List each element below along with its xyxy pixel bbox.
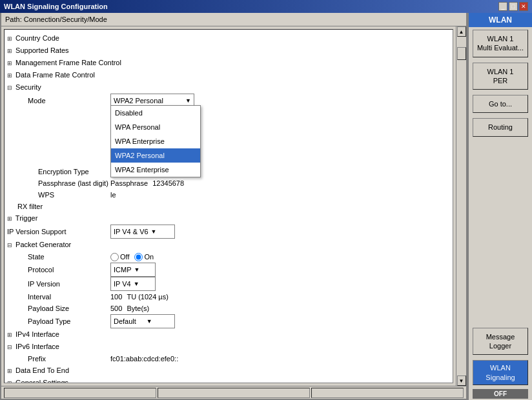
expand-icon-data-frame[interactable]: ⊞ [7,72,12,79]
scrollbar[interactable]: ▲ ▼ [456,26,466,386]
ip-version-support-arrow: ▼ [151,226,157,237]
tree-panel[interactable]: ⊞ Country Code ⊞ Supported Rates ⊞ Manag… [4,29,453,383]
tree-item-packet-generator[interactable]: ⊟ Packet Generator [7,239,450,251]
goto-button[interactable]: Go to... [473,95,528,113]
prefix-value: fc01:abab:cdcd:efe0:: [110,355,178,363]
tree-item-supported-rates[interactable]: ⊞ Supported Rates [7,45,450,57]
wps-extra-text: le [110,191,116,199]
expand-icon-mgmt-frame[interactable]: ⊞ [7,60,12,66]
path-text: Path: Connection/Security/Mode [5,15,107,23]
tree-label-payload-type: Payload Type [7,315,110,327]
wlan1-per-button[interactable]: WLAN 1PER [473,63,528,90]
tree-value-passphrase: Passphrase 12345678 [110,177,450,189]
expand-icon-ipv6-interface[interactable]: ⊟ [7,344,12,350]
dialog-panel: Path: Connection/Security/Mode ⊞ Country… [0,13,467,400]
tree-label-state: State [7,251,110,263]
protocol-arrow: ▼ [134,264,140,275]
tree-value-payload-type: Default ▼ [110,314,450,328]
expand-icon-ipv4-interface[interactable]: ⊞ [7,332,12,338]
dropdown-item-wpa2-personal[interactable]: WPA2 Personal [111,148,200,163]
wlan-signaling-button[interactable]: WLANSignaling [473,360,528,385]
scrollbar-up[interactable]: ▲ [457,26,466,37]
expand-icon-country-code[interactable]: ⊞ [7,35,12,42]
scrollbar-track[interactable] [457,37,466,375]
mode-dropdown-container: WPA2 Personal ▼ Disabled WPA Personal WP… [110,94,194,108]
expand-icon-security[interactable]: ⊟ [7,85,12,91]
protocol-dropdown[interactable]: ICMP ▼ [110,263,156,277]
expand-icon-trigger[interactable]: ⊞ [7,215,12,222]
wlan-signaling-badge: OFF [473,389,528,399]
path-bar: Path: Connection/Security/Mode [1,13,466,26]
expand-icon-general-settings[interactable]: ⊞ [7,380,12,383]
tree-item-mgmt-frame[interactable]: ⊞ Management Frame Rate Control [7,57,450,69]
dropdown-item-wpa2-enterprise[interactable]: WPA2 Enterprise [111,163,200,177]
message-logger-button[interactable]: MessageLogger [473,328,528,355]
radio-off-label[interactable]: Off [110,251,129,263]
protocol-value: ICMP [114,264,132,275]
tree-item-trigger[interactable]: ⊞ Trigger [7,212,450,225]
tree-item-data-frame[interactable]: ⊞ Data Frame Rate Control [7,69,450,81]
routing-button[interactable]: Routing [473,118,528,136]
tree-row-interval: Interval 100 TU (1024 µs) [7,291,450,303]
ip-version-support-dropdown[interactable]: IP V4 & V6 ▼ [110,225,175,239]
scrollbar-thumb[interactable] [457,47,466,60]
sidebar-header: WLAN [469,13,532,27]
ip-version-value: IP V4 [114,278,131,290]
expand-icon-data-end[interactable]: ⊞ [7,368,12,374]
tree-label-country-code: Country Code [15,34,59,42]
radio-on-label[interactable]: On [134,251,154,263]
tree-item-country-code[interactable]: ⊞ Country Code [7,32,450,45]
tree-value-protocol: ICMP ▼ [110,263,450,277]
tree-item-security[interactable]: ⊟ Security [7,81,450,94]
tree-item-ipv4-interface[interactable]: ⊞ IPv4 Interface [7,328,450,341]
tree-label-ip-version: IP Version [7,278,110,290]
tree-row-payload-size: Payload Size 500 Byte(s) [7,303,450,314]
tree-row-payload-type: Payload Type Default ▼ [7,314,450,328]
payload-size-unit: Byte(s) [127,305,149,312]
payload-type-arrow: ▼ [147,315,152,327]
dropdown-item-wpa-personal[interactable]: WPA Personal [111,120,200,134]
tree-item-general-settings[interactable]: ⊞ General Settings [7,377,450,383]
tree-row-ip-version-support: IP Version Support IP V4 & V6 ▼ [7,225,450,239]
minimize-button[interactable]: _ [498,2,507,11]
tree-label-security: Security [15,83,41,91]
window-title: WLAN Signaling Configuration [4,3,108,10]
tree-label-payload-size: Payload Size [7,303,110,314]
ip-version-dropdown[interactable]: IP V4 ▼ [110,277,156,291]
wlan1-multi-button[interactable]: WLAN 1Multi Evaluat... [473,30,528,57]
mode-dropdown-menu: Disabled WPA Personal WPA Enterprise WPA… [110,105,201,177]
tree-label-ipv4-interface: IPv4 Interface [15,330,59,338]
scrollbar-down[interactable]: ▼ [457,375,466,386]
expand-icon-packet-generator[interactable]: ⊟ [7,242,12,248]
tree-value-ip-version: IP V4 ▼ [110,277,450,291]
tree-label-data-end: Data End To End [15,366,69,374]
tree-row-ip-version: IP Version IP V4 ▼ [7,277,450,291]
wlan1-multi-label: WLAN 1Multi Evaluat... [477,35,524,52]
tree-label-prefix: Prefix [7,353,110,365]
restore-button[interactable]: □ [509,2,518,11]
tree-item-ipv6-interface[interactable]: ⊟ IPv6 Interface [7,341,450,353]
tree-row-wps: WPS le [7,189,450,201]
window-controls: _ □ ✕ [498,2,528,11]
goto-label: Go to... [489,100,512,108]
tree-label-wps: WPS [7,189,110,201]
tree-row-passphrase: Passphrase (last digit) Passphrase 12345… [7,177,450,189]
tree-item-data-end-to-end[interactable]: ⊞ Data End To End [7,365,450,377]
radio-off[interactable] [110,253,119,261]
right-sidebar: WLAN WLAN 1Multi Evaluat... WLAN 1PER Go… [467,13,532,400]
expand-icon-supported-rates[interactable]: ⊞ [7,48,12,54]
dropdown-item-wpa-enterprise[interactable]: WPA Enterprise [111,134,200,148]
status-bar [1,386,466,399]
dropdown-item-disabled[interactable]: Disabled [111,106,200,120]
close-button[interactable]: ✕ [519,2,528,11]
radio-on[interactable] [134,253,143,261]
ip-version-support-dropdown-container: IP V4 & V6 ▼ [110,225,175,239]
tree-row-protocol: Protocol ICMP ▼ [7,263,450,277]
interval-unit: TU (1024 µs) [127,293,168,301]
tree-value-ip-version-support: IP V4 & V6 ▼ [110,225,450,239]
tree-value-prefix: fc01:abab:cdcd:efe0:: [110,353,450,365]
tree-value-interval: 100 TU (1024 µs) [110,291,450,303]
tree-value-wps: le [110,189,450,201]
wlan1-per-label: WLAN 1PER [487,68,514,85]
payload-type-dropdown[interactable]: Default ▼ [110,314,175,328]
